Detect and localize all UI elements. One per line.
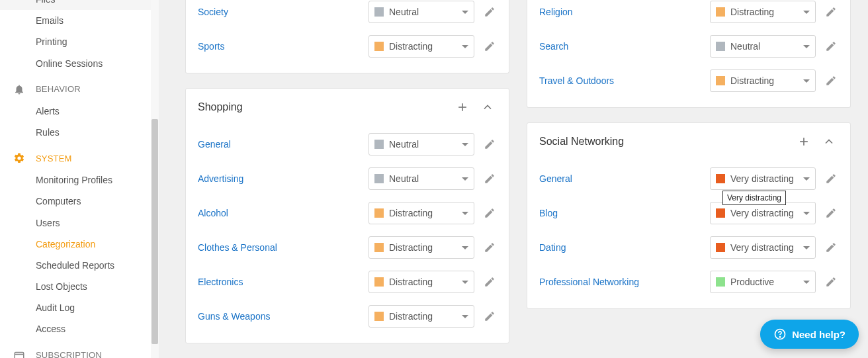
rating-select[interactable]: Neutral <box>369 167 474 190</box>
rating-select[interactable]: Very distractingVery distracting <box>710 167 816 190</box>
rating-swatch <box>716 76 725 85</box>
edit-button[interactable] <box>482 309 497 324</box>
collapse-button[interactable] <box>820 132 838 151</box>
rating-label: Distracting <box>730 7 803 17</box>
rating-select[interactable]: Distracting <box>369 305 474 328</box>
category-link[interactable]: Clothes & Personal <box>198 242 361 253</box>
chevron-down-icon <box>462 212 468 215</box>
sidebar-item[interactable]: Online Sessions <box>0 53 159 74</box>
rating-select[interactable]: Neutral <box>710 35 816 58</box>
sidebar-section-system: SYSTEM <box>0 143 159 169</box>
rating-select[interactable]: Distracting <box>369 236 474 259</box>
category-row: Travel & OutdoorsDistracting <box>527 64 850 98</box>
sidebar-item-access[interactable]: Access <box>0 318 159 339</box>
card-rows: GeneralVery distractingVery distractingB… <box>527 160 850 308</box>
category-link[interactable]: Sports <box>198 41 361 52</box>
sidebar-item-lost-objects[interactable]: Lost Objects <box>0 276 159 297</box>
gear-icon <box>12 151 26 165</box>
edit-button[interactable] <box>482 275 497 289</box>
category-link[interactable]: General <box>198 139 361 150</box>
sidebar-item[interactable]: Alerts <box>0 101 159 122</box>
card-rows: ReligionDistractingSearchNeutralTravel &… <box>527 0 850 107</box>
rating-swatch <box>374 140 384 149</box>
category-row: SportsDistracting <box>186 29 509 64</box>
edit-button[interactable] <box>482 206 497 220</box>
sidebar-item[interactable]: Printing <box>0 31 159 52</box>
rating-select[interactable]: Neutral <box>369 1 474 23</box>
edit-button[interactable] <box>482 171 497 186</box>
add-button[interactable] <box>795 132 813 151</box>
edit-button[interactable] <box>482 39 497 54</box>
sidebar-item-computers[interactable]: Computers <box>0 191 159 212</box>
edit-button[interactable] <box>824 206 838 220</box>
sidebar-item-audit-log[interactable]: Audit Log <box>0 297 159 318</box>
rating-swatch <box>716 42 725 51</box>
sidebar-item-monitoring-profiles[interactable]: Monitoring Profiles <box>0 169 159 191</box>
sidebar-item[interactable]: Rules <box>0 122 159 143</box>
tooltip: Very distracting <box>722 191 786 205</box>
rating-select[interactable]: Neutral <box>369 133 474 156</box>
category-link[interactable]: Travel & Outdoors <box>539 75 702 86</box>
rating-select[interactable]: Very distracting <box>710 236 816 259</box>
svg-point-7 <box>779 337 780 337</box>
edit-button[interactable] <box>482 5 497 19</box>
rating-select[interactable]: Distracting <box>369 202 474 224</box>
edit-button[interactable] <box>482 137 497 152</box>
category-link[interactable]: Society <box>198 7 361 17</box>
bell-icon <box>12 82 26 97</box>
rating-select[interactable]: Distracting <box>369 35 474 58</box>
rating-select[interactable]: Very distracting <box>710 202 816 224</box>
rating-label: Very distracting <box>730 208 803 218</box>
rating-select[interactable]: Productive <box>710 271 816 293</box>
category-link[interactable]: Alcohol <box>198 208 361 218</box>
sidebar-item-users[interactable]: Users <box>0 212 159 234</box>
category-link[interactable]: Guns & Weapons <box>198 311 361 322</box>
rating-swatch <box>716 243 725 252</box>
category-link[interactable]: General <box>539 173 702 184</box>
category-link[interactable]: Blog <box>539 208 702 218</box>
chevron-down-icon <box>462 177 468 181</box>
category-link[interactable]: Professional Networking <box>539 277 702 287</box>
category-row: SocietyNeutral <box>186 0 509 29</box>
edit-button[interactable] <box>482 240 497 255</box>
rating-select[interactable]: Distracting <box>369 271 474 293</box>
collapse-button[interactable] <box>478 98 497 116</box>
rating-label: Very distracting <box>730 173 803 184</box>
rating-swatch <box>374 174 384 183</box>
rating-swatch <box>716 174 725 183</box>
sidebar-item-categorization[interactable]: Categorization <box>0 234 159 255</box>
category-link[interactable]: Electronics <box>198 277 361 287</box>
help-widget[interactable]: Need help? <box>760 320 859 349</box>
category-link[interactable]: Advertising <box>198 173 361 184</box>
category-link[interactable]: Search <box>539 41 702 52</box>
sidebar-item-scheduled-reports[interactable]: Scheduled Reports <box>0 255 159 276</box>
card-title: Social Networking <box>539 136 624 148</box>
edit-button[interactable] <box>824 240 838 255</box>
chevron-down-icon <box>803 281 810 284</box>
sidebar-section-subscription: SUBSCRIPTION <box>0 340 159 358</box>
add-button[interactable] <box>453 98 472 116</box>
rating-label: Neutral <box>389 139 462 150</box>
chevron-down-icon <box>462 45 468 48</box>
edit-button[interactable] <box>824 275 838 289</box>
category-link[interactable]: Religion <box>539 7 702 17</box>
edit-button[interactable] <box>824 5 838 19</box>
card-icon <box>12 348 26 358</box>
edit-button[interactable] <box>824 73 838 88</box>
card-title: Shopping <box>198 101 243 113</box>
category-link[interactable]: Dating <box>539 242 702 253</box>
rating-label: Distracting <box>389 277 462 287</box>
edit-button[interactable] <box>824 39 838 54</box>
sidebar-item[interactable]: Emails <box>0 10 159 31</box>
rating-select[interactable]: Distracting <box>710 69 816 92</box>
sidebar-item[interactable]: Files <box>0 0 159 10</box>
rating-select[interactable]: Distracting <box>710 1 816 23</box>
rating-swatch <box>716 208 725 218</box>
category-row: ReligionDistracting <box>527 0 850 29</box>
edit-button[interactable] <box>824 171 838 186</box>
card-rows: SocietyNeutralSportsDistracting <box>186 0 509 73</box>
rating-label: Neutral <box>389 7 462 17</box>
help-icon <box>773 328 787 341</box>
rating-label: Distracting <box>389 41 462 52</box>
sidebar-section-behavior: BEHAVIOR <box>0 74 159 101</box>
